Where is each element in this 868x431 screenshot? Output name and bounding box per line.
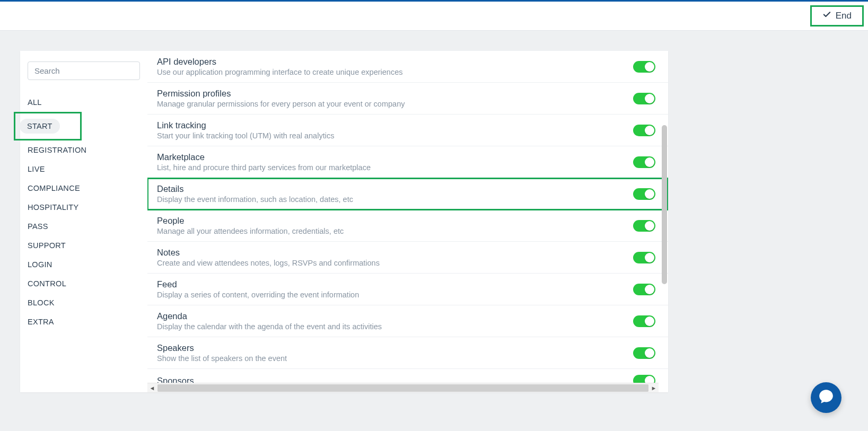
sidebar-item-control[interactable]: CONTROL xyxy=(28,274,140,293)
feature-toggle[interactable] xyxy=(633,347,655,359)
sidebar-item-registration[interactable]: REGISTRATION xyxy=(28,140,140,160)
feature-title: Agenda xyxy=(157,311,382,321)
feature-title: Notes xyxy=(157,248,380,258)
feature-desc: Display a series of content, overriding … xyxy=(157,291,359,299)
horizontal-scrollbar-track[interactable] xyxy=(157,384,648,392)
feature-text: PeopleManage all your attendees informat… xyxy=(157,216,344,235)
feature-row: MarketplaceList, hire and procure third … xyxy=(147,146,668,178)
feature-toggle[interactable] xyxy=(633,284,655,295)
feature-text: DetailsDisplay the event information, su… xyxy=(157,184,353,204)
sidebar-item-pass[interactable]: PASS xyxy=(28,217,140,236)
feature-text: API developersUse our application progra… xyxy=(157,57,402,76)
feature-toggle[interactable] xyxy=(633,93,655,104)
feature-row: DetailsDisplay the event information, su… xyxy=(147,178,668,210)
feature-desc: Display the event information, such as l… xyxy=(157,195,353,204)
feature-row: AgendaDisplay the calendar with the agen… xyxy=(147,305,668,337)
feature-desc: Create and view attendees notes, logs, R… xyxy=(157,259,380,267)
search-input[interactable] xyxy=(28,61,140,80)
feature-row: Permission profilesManage granular permi… xyxy=(147,83,668,115)
sidebar-item-label: START xyxy=(20,119,60,134)
check-icon xyxy=(822,10,831,22)
vertical-scrollbar-thumb[interactable] xyxy=(662,125,667,284)
feature-title: Speakers xyxy=(157,343,287,353)
feature-row: SpeakersShow the list of speakers on the… xyxy=(147,337,668,369)
top-bar: End xyxy=(0,2,868,31)
feature-text: SpeakersShow the list of speakers on the… xyxy=(157,343,287,363)
feature-row: NotesCreate and view attendees notes, lo… xyxy=(147,242,668,274)
feature-row: API developersUse our application progra… xyxy=(147,51,668,83)
sidebar-item-compliance[interactable]: COMPLIANCE xyxy=(28,179,140,198)
feature-desc: Display the calendar with the agenda of … xyxy=(157,322,382,331)
feature-toggle[interactable] xyxy=(633,315,655,327)
scroll-left-icon[interactable]: ◄ xyxy=(147,383,157,393)
chat-launcher-button[interactable] xyxy=(811,382,841,413)
feature-toggle[interactable] xyxy=(633,61,655,73)
feature-text: MarketplaceList, hire and procure third … xyxy=(157,152,371,172)
horizontal-scrollbar-thumb[interactable] xyxy=(157,384,648,392)
scroll-right-icon[interactable]: ► xyxy=(649,383,659,393)
sidebar-item-support[interactable]: SUPPORT xyxy=(28,236,140,255)
feature-scroller[interactable]: API developersUse our application progra… xyxy=(147,51,668,383)
feature-title: Link tracking xyxy=(157,120,334,130)
feature-text: NotesCreate and view attendees notes, lo… xyxy=(157,248,380,267)
feature-row: PeopleManage all your attendees informat… xyxy=(147,210,668,242)
feature-text: FeedDisplay a series of content, overrid… xyxy=(157,279,359,299)
feature-desc: Show the list of speakers on the event xyxy=(157,354,287,363)
feature-title: Sponsors xyxy=(157,376,194,383)
horizontal-scrollbar[interactable]: ◄ ► xyxy=(147,383,659,392)
end-button-label: End xyxy=(836,11,852,21)
sidebar: ALL START REGISTRATION LIVE COMPLIANCE H… xyxy=(20,51,147,392)
sidebar-item-live[interactable]: LIVE xyxy=(28,160,140,179)
feature-row: Sponsors xyxy=(147,369,668,383)
feature-desc: List, hire and procure third party servi… xyxy=(157,163,371,172)
search-wrap xyxy=(28,61,140,80)
settings-panel: ALL START REGISTRATION LIVE COMPLIANCE H… xyxy=(20,51,668,392)
feature-toggle[interactable] xyxy=(633,220,655,232)
sidebar-item-start[interactable]: START xyxy=(14,112,82,140)
feature-desc: Start your link tracking tool (UTM) with… xyxy=(157,131,334,140)
content-wrap: ALL START REGISTRATION LIVE COMPLIANCE H… xyxy=(0,31,868,392)
feature-title: People xyxy=(157,216,344,226)
feature-row: FeedDisplay a series of content, overrid… xyxy=(147,274,668,305)
feature-toggle[interactable] xyxy=(633,375,655,383)
feature-desc: Manage all your attendees information, c… xyxy=(157,227,344,235)
sidebar-item-block[interactable]: BLOCK xyxy=(28,293,140,312)
feature-text: AgendaDisplay the calendar with the agen… xyxy=(157,311,382,331)
sidebar-item-all[interactable]: ALL xyxy=(28,93,140,112)
sidebar-item-login[interactable]: LOGIN xyxy=(28,255,140,274)
feature-text: Permission profilesManage granular permi… xyxy=(157,89,405,108)
feature-list: API developersUse our application progra… xyxy=(147,51,668,383)
feature-title: Details xyxy=(157,184,353,194)
feature-title: Marketplace xyxy=(157,152,371,162)
feature-toggle[interactable] xyxy=(633,156,655,168)
feature-toggle[interactable] xyxy=(633,125,655,136)
sidebar-item-hospitality[interactable]: HOSPITALITY xyxy=(28,198,140,217)
feature-toggle[interactable] xyxy=(633,252,655,263)
feature-toggle[interactable] xyxy=(633,188,655,200)
sidebar-nav: ALL START REGISTRATION LIVE COMPLIANCE H… xyxy=(28,93,140,331)
feature-row: Link trackingStart your link tracking to… xyxy=(147,115,668,146)
feature-title: API developers xyxy=(157,57,402,67)
feature-text: Sponsors xyxy=(157,376,194,383)
feature-title: Permission profiles xyxy=(157,89,405,99)
sidebar-item-extra[interactable]: EXTRA xyxy=(28,312,140,331)
feature-main: API developersUse our application progra… xyxy=(147,51,668,392)
feature-desc: Use our application programming interfac… xyxy=(157,68,402,76)
feature-desc: Manage granular permissions for every pe… xyxy=(157,100,405,108)
feature-title: Feed xyxy=(157,279,359,289)
feature-text: Link trackingStart your link tracking to… xyxy=(157,120,334,140)
chat-icon xyxy=(818,389,834,407)
end-button[interactable]: End xyxy=(810,5,864,27)
